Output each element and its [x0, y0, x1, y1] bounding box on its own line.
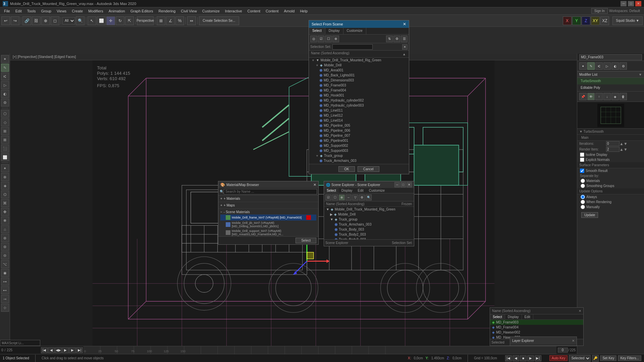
- scene-item-md-frame003[interactable]: MD_Frame003: [317, 83, 409, 88]
- side-tool-21[interactable]: ⊷: [1, 286, 9, 294]
- customize-tab[interactable]: Customize: [343, 28, 366, 34]
- sd-sort-btn[interactable]: ⇅: [386, 36, 393, 42]
- select-ok-button[interactable]: OK: [338, 166, 355, 172]
- select-button[interactable]: ↖: [88, 16, 96, 25]
- timeline-track[interactable]: 0 25 50 75 100 125 150: [84, 346, 556, 354]
- z-axis[interactable]: Z: [582, 16, 590, 25]
- menu-rendering[interactable]: Rendering: [156, 8, 178, 14]
- se-maximize-button[interactable]: □: [400, 182, 406, 187]
- modify-tab[interactable]: ✎: [1, 64, 9, 72]
- motion-tab[interactable]: ▷: [1, 81, 9, 89]
- sd-list-btn[interactable]: ☰: [401, 36, 408, 42]
- side-tool-22[interactable]: ⊸: [1, 295, 9, 303]
- se-edit-tab[interactable]: Edit: [355, 188, 366, 193]
- smooth-result-checkbox[interactable]: [580, 169, 584, 173]
- side-tool-1[interactable]: ⬡: [1, 110, 9, 118]
- modify-panel-icon[interactable]: ✎: [587, 62, 595, 70]
- se-b-display-tab[interactable]: Display: [505, 314, 522, 319]
- key-filters-button[interactable]: Key Filters...: [618, 355, 641, 361]
- sd-filter-btn[interactable]: ◎: [310, 36, 317, 42]
- scene-item-md-pipeline001[interactable]: MD_Pipeline001: [317, 138, 409, 143]
- editable-poly-modifier[interactable]: Editable Poly: [579, 85, 642, 90]
- side-tool-15[interactable]: ⊛: [1, 234, 9, 242]
- scene-item-root[interactable]: ▼▼ Mobile_Drill_Truck_Mounted_Rig_Green: [309, 58, 409, 63]
- side-tool-9[interactable]: ◈: [1, 182, 9, 190]
- se-customize-tab[interactable]: Customize: [366, 188, 387, 193]
- side-tool-13[interactable]: ❋: [1, 217, 9, 225]
- modifier-remove[interactable]: 🗑: [620, 93, 627, 100]
- hierarchy-tab[interactable]: ⑆: [1, 72, 9, 80]
- motion-panel-icon[interactable]: ▷: [603, 62, 611, 70]
- timeline-last-frame[interactable]: ▶|: [76, 347, 83, 353]
- modifier-make-unique[interactable]: ◈: [611, 93, 619, 100]
- se-bottom-close[interactable]: ✕: [579, 309, 581, 313]
- scene-item-md-line012[interactable]: MD_Line012: [317, 113, 409, 118]
- layer-exp-close[interactable]: ✕: [572, 339, 575, 343]
- scene-item-md-line014[interactable]: MD_Line014: [317, 118, 409, 123]
- display-panel-icon[interactable]: ◐: [611, 62, 619, 70]
- se-select-tab[interactable]: Select: [324, 188, 339, 193]
- menu-arnold[interactable]: Arnold: [281, 8, 298, 14]
- side-tool-8[interactable]: ⊕: [1, 173, 9, 181]
- menu-scripting[interactable]: Interactive: [222, 8, 245, 14]
- turbosmooth-modifier[interactable]: TurboSmooth: [579, 78, 642, 83]
- menu-edit[interactable]: Edit: [13, 8, 24, 14]
- menu-modifiers[interactable]: Modifiers: [86, 8, 106, 14]
- sb-play-btn[interactable]: ▶: [527, 355, 534, 361]
- manually-radio[interactable]: [581, 205, 585, 209]
- scene-item-md-dimensions[interactable]: MD_Dimensions003: [317, 78, 409, 83]
- materials-radio[interactable]: [581, 179, 585, 183]
- se-all-btn[interactable]: ☑: [325, 194, 331, 200]
- x-axis[interactable]: X: [563, 16, 572, 25]
- scene-explorer-titlebar[interactable]: 🌐 Scene Explorer - Scene Explorer ─ □ ✕: [324, 181, 414, 188]
- sd-all-btn[interactable]: ☑: [318, 36, 324, 42]
- update-button[interactable]: Update: [581, 212, 598, 218]
- filter-dropdown[interactable]: All: [62, 17, 75, 24]
- scene-item-mobile-drill[interactable]: ▼◆ Mobile_Drill: [313, 63, 409, 68]
- materials-header[interactable]: ++ Materials: [220, 196, 316, 201]
- selected-dropdown[interactable]: Selected: [569, 355, 591, 362]
- set-key-button[interactable]: Set Key: [600, 355, 616, 361]
- se-truck-body[interactable]: Truck_Body_003: [324, 227, 414, 232]
- view-btn[interactable]: Perspective: [137, 16, 154, 25]
- select-cancel-button[interactable]: Cancel: [358, 166, 379, 172]
- create-tab[interactable]: ✦: [1, 55, 9, 63]
- scene-materials-header[interactable]: −- Scene Materials: [220, 209, 316, 215]
- object-name-input[interactable]: MD_Frame003: [579, 54, 642, 60]
- angle-snap[interactable]: ∠: [166, 16, 175, 25]
- select-dialog-list[interactable]: ▼▼ Mobile_Drill_Truck_Mounted_Rig_Green …: [309, 58, 409, 164]
- timeline-play-back[interactable]: ◀▶: [55, 347, 62, 353]
- sb-stop-btn[interactable]: ■: [520, 355, 527, 361]
- sd-invert-btn[interactable]: ⊕: [332, 36, 339, 42]
- side-tool-14[interactable]: ⌂: [1, 225, 9, 233]
- squid-button[interactable]: Squid Studio ▼: [612, 16, 643, 25]
- mat-item-0[interactable]: Mobile_Drill_frame_MAT (VRayMtl) [MD_Fra…: [220, 215, 316, 221]
- menu-help[interactable]: Help: [297, 8, 310, 14]
- mat-search-input[interactable]: [224, 189, 317, 194]
- display-tab[interactable]: ◐: [1, 90, 9, 98]
- se-truck-body2[interactable]: Truck_Body2_003: [324, 232, 414, 237]
- modifier-show[interactable]: 👁: [587, 93, 595, 100]
- timeline-next-frame[interactable]: ▶: [69, 347, 76, 353]
- scene-item-truck-group[interactable]: ▼◆ Truck_group: [313, 153, 409, 158]
- unlink-button[interactable]: ⛓: [32, 16, 41, 25]
- sign-in-button[interactable]: Sign In: [591, 8, 608, 14]
- se-truck-group-item[interactable]: ▼◆ Truck_group: [324, 217, 414, 222]
- render-iters-input[interactable]: 2: [606, 147, 620, 152]
- se-filter-btn[interactable]: ▽: [352, 194, 358, 200]
- se-b-item-2[interactable]: ◆ MD_Hawser002: [490, 330, 583, 335]
- key-mode-toggle[interactable]: 🔑: [592, 355, 599, 362]
- auto-key-button[interactable]: Auto Key: [549, 355, 568, 361]
- utilities-tab[interactable]: ⚙: [1, 99, 9, 107]
- se-b-item-0[interactable]: ◆ MD_Frame003: [490, 320, 583, 325]
- se-truck-armchairs[interactable]: Truck_Armchairs_003: [324, 222, 414, 227]
- sd-options-btn[interactable]: ⚙: [393, 36, 400, 42]
- xy-axis[interactable]: XY: [591, 16, 600, 25]
- se-options-btn[interactable]: ⚙: [359, 194, 365, 200]
- se-display-tab[interactable]: Display: [339, 188, 355, 193]
- se-invert-btn[interactable]: ⊕: [339, 194, 345, 200]
- select-dialog-close[interactable]: ✕: [403, 22, 406, 26]
- scene-item-md-hydraulic-003[interactable]: MD_Hydraulic_cylinder003: [317, 103, 409, 108]
- create-sel-button[interactable]: Create Selection Se...: [199, 16, 239, 25]
- se-b-item-1[interactable]: ◆ MD_Frame004: [490, 325, 583, 330]
